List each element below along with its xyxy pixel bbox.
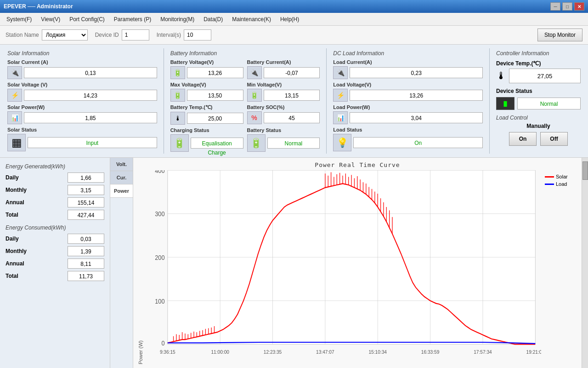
load-voltage-label: Load Voltage(V): [333, 82, 483, 87]
chart-title: Power Real Time Curve: [137, 161, 578, 168]
titlebar: EPEVER ── Administrator ─ □ ✕: [0, 0, 588, 13]
gen-total-row: Total 427,44: [6, 210, 104, 220]
minimize-button[interactable]: ─: [550, 2, 560, 11]
legend-load-label: Load: [556, 181, 567, 187]
battery-voltage-icon: 🔋: [170, 66, 185, 79]
station-name-select[interactable]: Лоджия: [42, 29, 88, 40]
cons-total-row: Total 11,73: [6, 271, 104, 281]
battery-voltage-row: 🔋 13,26: [170, 66, 243, 79]
legend-load: Load: [545, 181, 574, 187]
battery-min-voltage-label: Min Voltage(V): [247, 82, 320, 87]
load-voltage-icon: ⚡: [333, 89, 348, 102]
info-area: Solar Information Solar Current (A) 🔌 0,…: [0, 45, 588, 158]
battery-temp-row: 🌡 25,00: [170, 112, 243, 125]
gen-total-value: 427,44: [68, 210, 104, 220]
battery-max-voltage-label: Max Voltage(V): [170, 82, 243, 87]
tab-volt[interactable]: Volt.: [110, 158, 133, 171]
right-scrollbar[interactable]: [582, 158, 588, 368]
load-status-icon: 💡: [333, 134, 351, 151]
scrollbar-thumb[interactable]: [582, 161, 588, 180]
restore-button[interactable]: □: [562, 2, 572, 11]
tab-power[interactable]: Power: [110, 184, 133, 198]
interval-input[interactable]: [184, 29, 211, 40]
menu-maintenance[interactable]: Maintenance(K): [227, 14, 276, 24]
legend-solar: Solar: [545, 174, 574, 179]
cons-monthly-label: Monthly: [6, 248, 65, 254]
battery-max-voltage-icon: 🔋: [170, 89, 185, 102]
legend-solar-color: [545, 176, 554, 178]
battery-min-voltage-metric: Min Voltage(V) 🔋 13,15: [247, 82, 320, 102]
gen-daily-row: Daily 1,66: [6, 172, 104, 183]
svg-text:400: 400: [155, 170, 165, 174]
device-status-value: Normal: [517, 98, 581, 109]
menu-port-config[interactable]: Port Config(C): [65, 14, 109, 24]
battery-temp-value: 25,00: [187, 113, 243, 124]
cons-annual-row: Annual 8,11: [6, 259, 104, 269]
gen-daily-label: Daily: [6, 174, 65, 181]
manually-label: Manually: [496, 123, 581, 129]
charging-status-icon: 🔋: [170, 134, 189, 152]
device-id-input[interactable]: [122, 29, 149, 40]
legend-solar-label: Solar: [556, 174, 568, 179]
menu-help[interactable]: Help(H): [276, 14, 304, 24]
svg-text:12:23:35: 12:23:35: [264, 349, 282, 355]
load-current-label: Load Current(A): [333, 59, 483, 65]
load-on-button[interactable]: On: [509, 132, 537, 146]
cons-monthly-value: 1,39: [68, 246, 104, 256]
menu-parameters[interactable]: Parameters (P): [109, 14, 156, 24]
battery-status-row: 🔋 Normal: [247, 134, 320, 152]
battery-temp-icon: 🌡: [170, 112, 185, 125]
stop-monitor-button[interactable]: Stop Monitor: [537, 29, 582, 41]
svg-text:300: 300: [155, 211, 165, 218]
controller-section-title: Controller Information: [496, 50, 581, 57]
gen-annual-row: Annual 155,14: [6, 197, 104, 207]
charging-status-value: Equalisation Charge: [191, 138, 243, 149]
battery-current-label: Battery Current(A): [247, 59, 320, 65]
y-axis-label: Power (W): [137, 170, 144, 364]
controller-panel: Controller Information Device Temp.(℃) 🌡…: [492, 48, 584, 154]
cons-annual-label: Annual: [6, 260, 65, 267]
battery-current-row: 🔌 -0,07: [247, 66, 320, 79]
station-name-group: Station Name Лоджия: [6, 29, 88, 40]
load-off-button[interactable]: Off: [540, 132, 568, 146]
battery-status-label: Battery Status: [247, 127, 320, 133]
svg-text:16:33:59: 16:33:59: [421, 349, 440, 355]
battery-min-voltage-row: 🔋 13,15: [247, 89, 320, 102]
load-current-row: 🔌 0,23: [333, 66, 483, 79]
battery-soc-metric: Battery SOC(%) % 45: [247, 104, 320, 125]
cons-daily-label: Daily: [6, 236, 65, 242]
menu-monitoring[interactable]: Monitoring(M): [156, 14, 199, 24]
chart-tabs: Volt. Cur. Power: [110, 158, 133, 368]
solar-current-icon: 🔌: [7, 66, 22, 79]
tab-cur[interactable]: Cur.: [110, 171, 133, 184]
device-temp-value: 27,05: [509, 69, 581, 83]
load-status-label: Load Status: [333, 127, 483, 132]
battery-section-title: Battery Information: [170, 50, 320, 57]
solar-metrics: Solar Current (A) 🔌 0,13 Solar Voltage (…: [7, 59, 157, 124]
solar-power-row: 📊 1,85: [7, 111, 157, 124]
battery-status-section: Charging Status 🔋 Equalisation Charge Ba…: [170, 127, 320, 152]
chart-legend: Solar Load: [541, 170, 578, 364]
divider-2: [326, 48, 327, 154]
solar-voltage-row: ⚡ 14,23: [7, 89, 157, 102]
menu-system[interactable]: System(F): [2, 14, 36, 24]
dc-load-metrics: Load Current(A) 🔌 0,23 Load Voltage(V) ⚡…: [333, 59, 483, 124]
svg-text:13:47:07: 13:47:07: [316, 349, 334, 355]
svg-text:19:21:09: 19:21:09: [526, 349, 541, 355]
controller-device-icon: █: [496, 97, 514, 110]
menu-view[interactable]: View(V): [36, 14, 65, 24]
close-button[interactable]: ✕: [574, 2, 584, 11]
menu-data[interactable]: Data(D): [199, 14, 227, 24]
solar-panel: Solar Information Solar Current (A) 🔌 0,…: [4, 48, 161, 154]
load-current-metric: Load Current(A) 🔌 0,23: [333, 59, 483, 79]
load-current-value: 0,23: [350, 67, 483, 78]
device-id-group: Device ID: [95, 29, 149, 40]
load-control-label: Load Control: [496, 115, 581, 121]
bottom-area: Energy Generated(kWh) Daily 1,66 Monthly…: [0, 158, 588, 368]
solar-current-value: 0,13: [24, 67, 157, 78]
battery-voltage-label: Battery Voltage(V): [170, 59, 243, 65]
battery-soc-value: 45: [264, 112, 320, 123]
gen-daily-value: 1,66: [68, 172, 104, 183]
solar-voltage-label: Solar Voltage (V): [7, 82, 157, 87]
cons-daily-value: 0,03: [68, 234, 104, 244]
